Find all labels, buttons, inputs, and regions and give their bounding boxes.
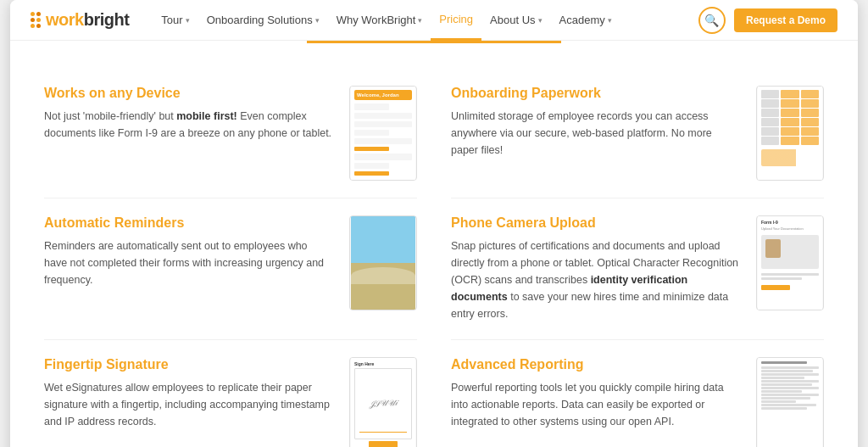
feature-title-onboarding-paperwork: Onboarding Paperwork: [451, 86, 739, 101]
main-content: Works on any Device Not just 'mobile-fri…: [10, 43, 858, 447]
feature-image-automatic-reminders: [349, 215, 417, 310]
feature-text-fingertip-signature: Fingertip Signature Wet eSignatures allo…: [44, 357, 332, 430]
nav-item-about[interactable]: About Us▾: [481, 0, 550, 41]
feature-title-works-any-device: Works on any Device: [44, 86, 332, 101]
feature-desc-fingertip-signature: Wet eSignatures allow employees to repli…: [44, 379, 332, 430]
feature-title-advanced-reporting: Advanced Reporting: [451, 357, 739, 372]
feature-text-onboarding-paperwork: Onboarding Paperwork Unlimited storage o…: [451, 86, 739, 159]
feature-desc-phone-camera-upload: Snap pictures of certifications and docu…: [451, 237, 739, 322]
demo-button[interactable]: Request a Demo: [734, 8, 837, 32]
feature-text-automatic-reminders: Automatic Reminders Reminders are automa…: [44, 215, 332, 288]
search-button[interactable]: 🔍: [698, 7, 726, 34]
feature-phone-camera-upload: Phone Camera Upload Snap pictures of cer…: [451, 198, 824, 340]
navbar: workbright Tour▾ Onboarding Solutions▾ W…: [10, 0, 858, 41]
feature-desc-automatic-reminders: Reminders are automatically sent out to …: [44, 237, 332, 288]
feature-desc-works-any-device: Not just 'mobile-friendly' but mobile fi…: [44, 108, 332, 142]
feature-title-phone-camera-upload: Phone Camera Upload: [451, 215, 739, 231]
feature-text-advanced-reporting: Advanced Reporting Powerful reporting to…: [451, 357, 739, 430]
nav-right: 🔍 Request a Demo: [698, 7, 837, 34]
feature-image-phone-camera-upload: Form I-9 Upload Your Documentation: [756, 215, 824, 310]
feature-automatic-reminders: Automatic Reminders Reminders are automa…: [44, 198, 417, 340]
feature-fingertip-signature: Fingertip Signature Wet eSignatures allo…: [44, 340, 417, 447]
feature-works-any-device: Works on any Device Not just 'mobile-fri…: [44, 69, 417, 198]
feature-image-advanced-reporting: [756, 357, 824, 447]
search-icon: 🔍: [704, 14, 719, 27]
browser-frame: workbright Tour▾ Onboarding Solutions▾ W…: [10, 0, 858, 447]
feature-desc-advanced-reporting: Powerful reporting tools let you quickly…: [451, 379, 739, 430]
nav-item-why[interactable]: Why WorkBright▾: [328, 0, 431, 41]
logo-area[interactable]: workbright: [31, 10, 129, 30]
logo-text: workbright: [46, 10, 129, 30]
feature-text-works-any-device: Works on any Device Not just 'mobile-fri…: [44, 86, 332, 142]
feature-text-phone-camera-upload: Phone Camera Upload Snap pictures of cer…: [451, 215, 739, 322]
nav-item-tour[interactable]: Tour▾: [153, 0, 198, 41]
logo-icon: [31, 12, 41, 28]
feature-image-works-any-device: Welcome, Jordan: [349, 86, 417, 181]
nav-item-onboarding[interactable]: Onboarding Solutions▾: [198, 0, 328, 41]
nav-links: Tour▾ Onboarding Solutions▾ Why WorkBrig…: [153, 0, 698, 41]
feature-image-onboarding-paperwork: [756, 86, 824, 181]
feature-desc-onboarding-paperwork: Unlimited storage of employee records yo…: [451, 108, 739, 159]
features-grid: Works on any Device Not just 'mobile-fri…: [44, 69, 824, 447]
feature-onboarding-paperwork: Onboarding Paperwork Unlimited storage o…: [451, 69, 824, 198]
feature-title-automatic-reminders: Automatic Reminders: [44, 215, 332, 231]
nav-item-pricing[interactable]: Pricing: [431, 0, 481, 41]
feature-advanced-reporting: Advanced Reporting Powerful reporting to…: [451, 340, 824, 447]
feature-title-fingertip-signature: Fingertip Signature: [44, 357, 332, 372]
feature-image-fingertip-signature: Sign Here 𝒥𝒮𝒰𝒰𝒾: [349, 357, 417, 447]
nav-item-academy[interactable]: Academy▾: [551, 0, 620, 41]
